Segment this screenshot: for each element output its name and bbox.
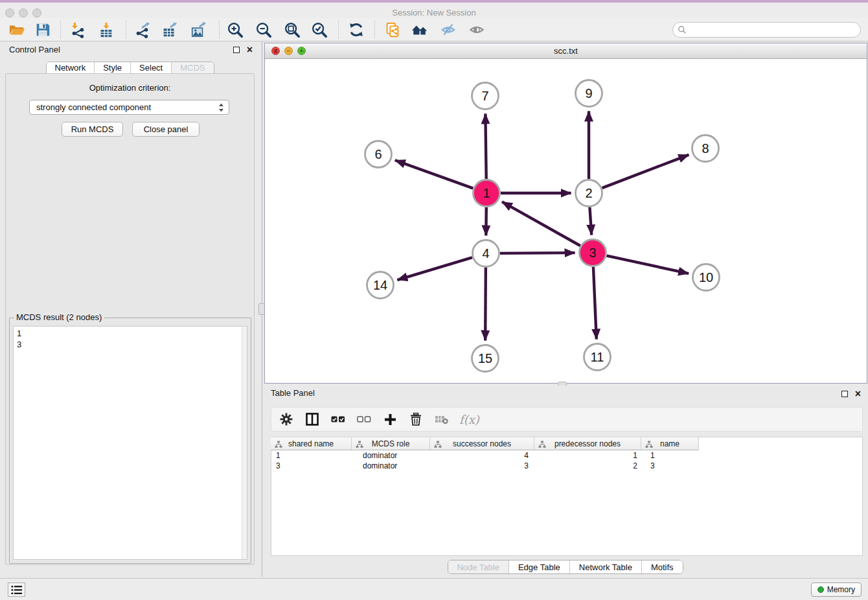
memory-button[interactable]: Memory <box>811 583 862 597</box>
search-field[interactable] <box>672 22 861 38</box>
cell[interactable]: 3 <box>430 461 534 471</box>
node-14[interactable]: 14 <box>367 272 394 299</box>
export-table-button[interactable] <box>159 19 180 40</box>
cell[interactable]: 3 <box>641 461 699 471</box>
mcds-result-list[interactable]: 13 <box>13 326 247 560</box>
tab-select[interactable]: Select <box>131 62 172 73</box>
edge-1-6[interactable] <box>395 160 473 188</box>
save-session-button[interactable] <box>32 19 53 40</box>
deselect-all-icon[interactable] <box>356 411 372 428</box>
zoom-selected-button[interactable] <box>309 19 330 40</box>
node-9[interactable]: 9 <box>576 80 602 107</box>
tab-mcds[interactable]: MCDS <box>172 62 213 73</box>
maximize-frame-icon[interactable]: + <box>297 47 306 55</box>
export-image-button[interactable] <box>188 19 209 40</box>
result-scrollbar[interactable] <box>242 327 247 559</box>
edge-2-3[interactable] <box>589 207 591 235</box>
cell[interactable]: dominator <box>352 461 430 471</box>
add-column-icon[interactable] <box>382 411 398 428</box>
export-network-button[interactable] <box>132 19 153 40</box>
node-2[interactable]: 2 <box>576 180 602 207</box>
delete-table-icon[interactable] <box>433 411 450 428</box>
mcds-panel: Optimization criterion: strongly connect… <box>5 73 255 565</box>
cell[interactable]: 2 <box>534 461 641 471</box>
edge-1-7[interactable] <box>485 113 486 179</box>
console-button[interactable] <box>8 583 25 597</box>
close-table-panel-icon[interactable]: × <box>855 389 861 398</box>
node-6[interactable]: 6 <box>365 141 392 168</box>
node-4[interactable]: 4 <box>473 240 499 267</box>
optimization-criterion-select[interactable]: strongly connected component <box>29 100 229 115</box>
edge-4-3[interactable] <box>500 253 575 253</box>
search-input[interactable] <box>687 24 860 36</box>
svg-text:4: 4 <box>482 246 489 260</box>
tab-edge-table[interactable]: Edge Table <box>509 560 570 573</box>
duplicate-network-button[interactable] <box>382 19 403 40</box>
close-frame-icon[interactable]: x <box>271 47 280 55</box>
zoom-in-button[interactable] <box>225 19 246 40</box>
zoom-out-button[interactable] <box>253 19 274 40</box>
close-panel-button[interactable]: Close panel <box>132 122 200 137</box>
column-type-icon <box>356 441 363 448</box>
cell[interactable]: dominator <box>352 450 430 461</box>
network-canvas[interactable]: 7968124314101511 <box>265 59 867 383</box>
edge-3-10[interactable] <box>606 256 689 273</box>
table-row[interactable]: 1dominator411 <box>271 450 699 461</box>
home-button[interactable] <box>409 19 430 40</box>
tab-motifs[interactable]: Motifs <box>642 560 683 573</box>
eye-slash-icon <box>440 21 457 38</box>
edge-3-1[interactable] <box>502 202 580 246</box>
function-builder-icon[interactable]: f(x) <box>459 413 479 426</box>
float-table-panel-icon[interactable] <box>841 391 848 397</box>
node-10[interactable]: 10 <box>693 264 720 291</box>
zoom-fit-icon <box>284 21 301 38</box>
hide-graphics-details-button[interactable] <box>438 19 459 40</box>
node-11[interactable]: 11 <box>584 344 611 371</box>
node-15[interactable]: 15 <box>472 345 499 372</box>
select-all-icon[interactable] <box>330 411 347 428</box>
window-titlebar: Session: New Session <box>0 3 868 18</box>
edge-2-8[interactable] <box>602 155 689 188</box>
network-window-titlebar[interactable]: x − + scc.txt <box>265 43 867 59</box>
float-panel-icon[interactable] <box>233 47 240 53</box>
delete-column-icon[interactable] <box>407 411 424 428</box>
show-graphics-details-button[interactable] <box>466 19 487 40</box>
column-header-shared-name[interactable]: shared name <box>271 437 352 450</box>
column-header-successor-nodes[interactable]: successor nodes <box>430 437 534 450</box>
import-table-button[interactable] <box>96 19 117 40</box>
node-1[interactable]: 1 <box>474 180 500 207</box>
table-row[interactable]: 3dominator323 <box>271 461 699 471</box>
column-header-predecessor-nodes[interactable]: predecessor nodes <box>534 437 641 450</box>
apply-layout-button[interactable] <box>346 19 367 40</box>
import-network-button[interactable] <box>67 19 88 40</box>
cell[interactable]: 1 <box>641 450 699 461</box>
node-3[interactable]: 3 <box>580 240 606 266</box>
open-folder-icon <box>8 21 25 38</box>
node-8[interactable]: 8 <box>692 135 719 162</box>
edge-4-15[interactable] <box>485 268 486 341</box>
tab-network[interactable]: Network <box>46 62 95 73</box>
result-line: 1 <box>17 328 244 339</box>
open-session-button[interactable] <box>6 19 27 40</box>
minimize-frame-icon[interactable]: − <box>284 47 293 55</box>
run-mcds-button[interactable]: Run MCDS <box>62 122 123 137</box>
edge-3-11[interactable] <box>593 267 597 340</box>
close-panel-icon[interactable]: × <box>247 45 253 54</box>
column-header-name[interactable]: name <box>641 437 699 450</box>
column-header-MCDS-role[interactable]: MCDS role <box>352 437 430 450</box>
edge-4-14[interactable] <box>397 257 472 280</box>
cell[interactable]: 1 <box>271 450 352 461</box>
tab-network-table[interactable]: Network Table <box>570 560 642 573</box>
zoom-fit-button[interactable] <box>282 19 303 40</box>
tab-style[interactable]: Style <box>95 62 131 73</box>
tab-node-table[interactable]: Node Table <box>448 560 509 573</box>
gear-icon[interactable] <box>278 411 295 428</box>
cell[interactable]: 4 <box>430 450 534 461</box>
table-toolbar: f(x) <box>271 407 863 432</box>
node-7[interactable]: 7 <box>472 83 499 110</box>
eye-icon <box>468 21 485 38</box>
cell[interactable]: 3 <box>271 461 352 471</box>
svg-text:6: 6 <box>374 147 382 161</box>
cell[interactable]: 1 <box>534 450 641 461</box>
show-columns-icon[interactable] <box>304 411 321 428</box>
